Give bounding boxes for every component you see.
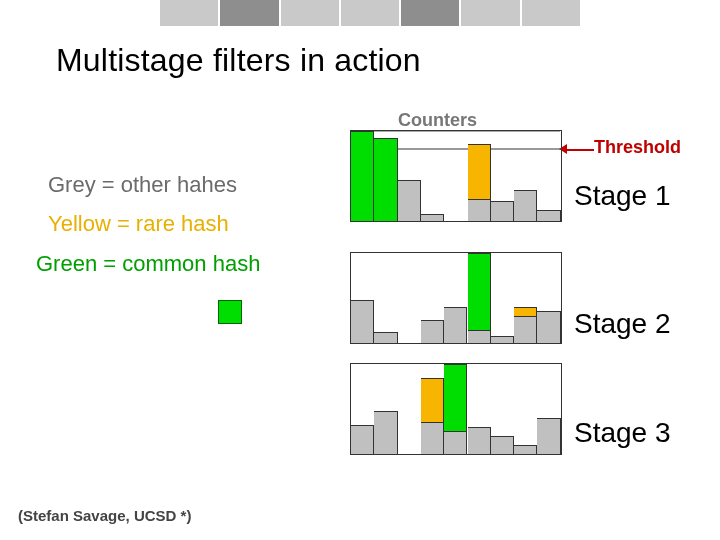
credit-text: (Stefan Savage, UCSD *) bbox=[18, 507, 191, 524]
decorative-topbar bbox=[160, 0, 580, 26]
legend-green-swatch bbox=[218, 300, 242, 324]
bar-segment bbox=[444, 307, 467, 343]
bar-segment bbox=[468, 330, 491, 343]
bar-segment bbox=[468, 427, 491, 454]
bar-segment bbox=[351, 425, 374, 454]
bar-segment bbox=[421, 378, 444, 421]
stage2-label: Stage 2 bbox=[574, 308, 671, 340]
bar-segment bbox=[374, 411, 397, 454]
bar-segment bbox=[351, 300, 374, 343]
bar-segment bbox=[374, 138, 397, 221]
stage2-chart bbox=[350, 252, 562, 344]
threshold-arrow bbox=[564, 149, 594, 151]
bar-segment bbox=[537, 311, 560, 343]
bar-segment bbox=[514, 445, 537, 454]
bar-segment bbox=[444, 431, 467, 454]
stage1-label: Stage 1 bbox=[574, 180, 671, 212]
bar-segment bbox=[514, 190, 537, 221]
bar-segment bbox=[537, 418, 560, 454]
stage3-chart bbox=[350, 363, 562, 455]
bar-segment bbox=[537, 210, 560, 221]
bar-segment bbox=[421, 214, 444, 221]
bar-segment bbox=[398, 180, 421, 221]
bar-segment bbox=[514, 316, 537, 343]
bar-segment bbox=[514, 307, 537, 316]
bar-segment bbox=[374, 332, 397, 343]
bar-segment bbox=[491, 201, 514, 221]
slide-title: Multistage filters in action bbox=[56, 42, 421, 79]
bar-segment bbox=[468, 144, 491, 200]
bar-segment bbox=[444, 364, 467, 431]
counters-label: Counters bbox=[398, 110, 477, 131]
legend-yellow-text: Yellow = rare hash bbox=[48, 211, 229, 237]
slide: Multistage filters in action Counters Th… bbox=[0, 0, 720, 540]
threshold-label: Threshold bbox=[594, 137, 681, 158]
bar-segment bbox=[468, 253, 491, 330]
stage1-chart bbox=[350, 130, 562, 222]
legend-green-text: Green = common hash bbox=[36, 251, 260, 277]
legend-grey-text: Grey = other hahes bbox=[48, 172, 237, 198]
bar-segment bbox=[491, 436, 514, 454]
bar-segment bbox=[421, 422, 444, 454]
bar-segment bbox=[491, 336, 514, 343]
bar-segment bbox=[351, 131, 374, 221]
bar-segment bbox=[421, 320, 444, 343]
bar-segment bbox=[468, 199, 491, 221]
stage3-label: Stage 3 bbox=[574, 417, 671, 449]
